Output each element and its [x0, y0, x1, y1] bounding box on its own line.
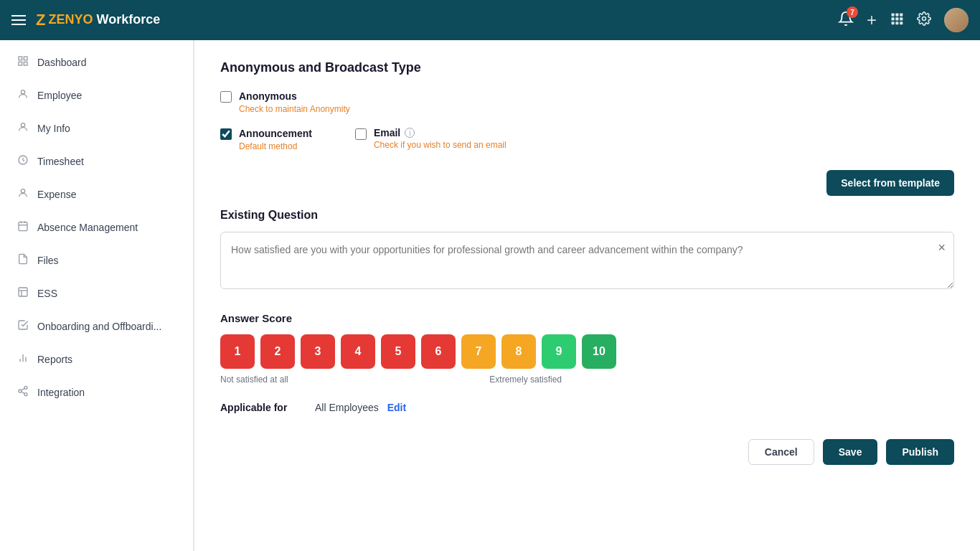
- save-button[interactable]: Save: [823, 439, 878, 465]
- logo-subtext: Workforce: [96, 12, 160, 27]
- email-checkbox[interactable]: [355, 128, 367, 140]
- svg-line-32: [22, 388, 25, 390]
- applicable-row: Applicable for All Employees Edit: [220, 402, 954, 413]
- email-label[interactable]: Email: [374, 127, 400, 138]
- svg-point-30: [24, 393, 27, 396]
- svg-rect-7: [895, 22, 898, 24]
- announcement-row: Announcement Default method: [220, 127, 312, 151]
- applicable-value: All Employees: [315, 402, 379, 413]
- question-textarea-wrap: ×: [220, 232, 954, 292]
- expense-icon: [17, 187, 29, 202]
- svg-point-17: [21, 189, 24, 193]
- svg-rect-5: [900, 17, 903, 20]
- avatar[interactable]: [944, 8, 969, 32]
- dashboard-icon: [17, 55, 29, 70]
- score-btn-8[interactable]: 8: [501, 334, 536, 369]
- notification-badge: 7: [847, 6, 858, 18]
- template-row: Select from template: [220, 170, 954, 196]
- score-buttons: 12345678910: [220, 334, 954, 369]
- sidebar-label-absence: Absence Management: [37, 222, 138, 233]
- svg-point-15: [21, 123, 24, 127]
- svg-rect-8: [900, 22, 903, 24]
- score-btn-7[interactable]: 7: [461, 334, 496, 369]
- edit-applicable-button[interactable]: Edit: [387, 402, 406, 413]
- hamburger-menu[interactable]: [11, 15, 26, 25]
- add-button[interactable]: +: [867, 10, 877, 30]
- svg-point-28: [24, 386, 27, 389]
- sidebar-label-integration: Integration: [37, 387, 85, 398]
- svg-point-9: [923, 17, 926, 20]
- anonymous-label[interactable]: Anonymous: [239, 90, 297, 102]
- settings-icon[interactable]: [917, 11, 931, 29]
- sidebar-item-ess[interactable]: ESS: [0, 277, 193, 310]
- sidebar: Dashboard Employee My Info: [0, 40, 194, 551]
- score-label-left: Not satisfied at all: [220, 375, 288, 385]
- anonymous-checkbox[interactable]: [220, 91, 232, 103]
- score-labels: Not satisfied at all Extremely satisfied: [220, 375, 562, 385]
- svg-rect-3: [892, 17, 895, 20]
- section-title: Anonymous and Broadcast Type: [220, 60, 954, 75]
- announcement-checkbox[interactable]: [220, 128, 232, 140]
- score-btn-5[interactable]: 5: [381, 334, 415, 369]
- logo-icon: Z: [36, 11, 45, 29]
- score-btn-2[interactable]: 2: [260, 334, 295, 369]
- svg-rect-0: [892, 13, 895, 16]
- score-btn-10[interactable]: 10: [582, 334, 616, 369]
- svg-rect-1: [895, 13, 898, 16]
- sidebar-label-myinfo: My Info: [37, 123, 70, 134]
- email-col: Email i Check if you wish to send an ema…: [355, 127, 507, 164]
- sidebar-item-employee[interactable]: Employee: [0, 79, 193, 112]
- svg-rect-2: [900, 13, 903, 16]
- svg-rect-18: [19, 222, 27, 231]
- score-btn-6[interactable]: 6: [421, 334, 456, 369]
- sidebar-item-integration[interactable]: Integration: [0, 376, 193, 409]
- topnav-left: Z ZENYO Workforce: [11, 11, 160, 29]
- email-info-icon: i: [405, 128, 415, 138]
- svg-rect-11: [24, 57, 27, 60]
- sidebar-item-onboarding[interactable]: Onboarding and Offboardi...: [0, 310, 193, 343]
- score-btn-3[interactable]: 3: [301, 334, 335, 369]
- sidebar-item-dashboard[interactable]: Dashboard: [0, 46, 193, 79]
- sidebar-item-reports[interactable]: Reports: [0, 343, 193, 376]
- grid-icon[interactable]: [890, 11, 904, 29]
- sidebar-item-myinfo[interactable]: My Info: [0, 112, 193, 145]
- announcement-label[interactable]: Announcement: [239, 128, 312, 139]
- score-btn-9[interactable]: 9: [542, 334, 576, 369]
- score-label-right: Extremely satisfied: [489, 375, 562, 385]
- content-inner: Anonymous and Broadcast Type Anonymous C…: [194, 40, 980, 494]
- applicable-label: Applicable for: [220, 402, 306, 413]
- announcement-col: Announcement Default method: [220, 127, 312, 164]
- onboarding-icon: [17, 319, 29, 334]
- sidebar-label-expense: Expense: [37, 189, 76, 200]
- close-question-icon[interactable]: ×: [938, 240, 946, 255]
- action-row: Cancel Save Publish: [220, 433, 954, 465]
- sidebar-label-timesheet: Timesheet: [37, 156, 84, 167]
- sidebar-label-employee: Employee: [37, 90, 82, 101]
- sidebar-item-absence[interactable]: Absence Management: [0, 211, 193, 244]
- sidebar-label-ess: ESS: [37, 288, 57, 299]
- ess-icon: [17, 286, 29, 301]
- cancel-button[interactable]: Cancel: [748, 439, 814, 465]
- answer-score-section: Answer Score 12345678910 Not satisfied a…: [220, 312, 954, 385]
- reports-icon: [17, 352, 29, 367]
- absence-icon: [17, 220, 29, 235]
- sidebar-item-timesheet[interactable]: Timesheet: [0, 145, 193, 178]
- broadcast-row: Announcement Default method Email i: [220, 127, 954, 164]
- sidebar-item-files[interactable]: Files: [0, 244, 193, 277]
- score-btn-1[interactable]: 1: [220, 334, 255, 369]
- question-textarea[interactable]: [220, 232, 954, 289]
- sidebar-item-expense[interactable]: Expense: [0, 178, 193, 211]
- files-icon: [17, 253, 29, 268]
- content-area: Anonymous and Broadcast Type Anonymous C…: [194, 40, 980, 551]
- notification-button[interactable]: 7: [838, 11, 854, 29]
- score-btn-4[interactable]: 4: [341, 334, 375, 369]
- svg-line-31: [22, 392, 25, 394]
- svg-rect-13: [24, 62, 27, 65]
- svg-rect-6: [892, 22, 895, 24]
- announcement-text: Announcement Default method: [239, 127, 312, 151]
- publish-button[interactable]: Publish: [886, 439, 954, 465]
- select-template-button[interactable]: Select from template: [826, 170, 954, 196]
- top-navigation: Z ZENYO Workforce 7 +: [0, 0, 980, 40]
- svg-rect-4: [895, 17, 898, 20]
- sidebar-label-dashboard: Dashboard: [37, 57, 87, 68]
